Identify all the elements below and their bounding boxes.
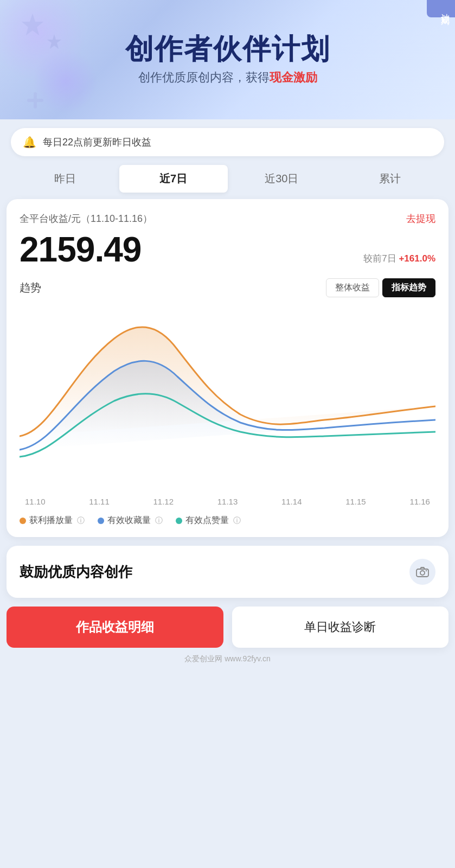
notification-text: 每日22点前更新昨日收益 bbox=[43, 136, 151, 149]
svg-rect-3 bbox=[27, 99, 43, 102]
toggle-overall-button[interactable]: 整体收益 bbox=[326, 278, 379, 297]
banner-subtitle-prefix: 创作优质原创内容，获得 bbox=[138, 71, 270, 84]
tabs-row: 昨日 近7日 近30日 累计 bbox=[11, 165, 444, 193]
legend-dot-0 bbox=[20, 518, 26, 524]
legend-dot-1 bbox=[98, 518, 104, 524]
main-card: 全平台收益/元（11.10-11.16） 去提现 2159.49 较前7日 +1… bbox=[7, 199, 448, 537]
lower-card-header: 鼓励优质内容创作 bbox=[20, 559, 435, 585]
tab-30days[interactable]: 近30日 bbox=[228, 165, 336, 193]
x-label-3: 11.13 bbox=[217, 497, 238, 506]
banner-subtitle: 创作优质原创内容，获得现金激励 bbox=[138, 69, 317, 86]
withdraw-button[interactable]: 去提现 bbox=[406, 212, 435, 225]
legend-label-0: 获利播放量 bbox=[29, 515, 73, 526]
tab-total[interactable]: 累计 bbox=[336, 165, 444, 193]
legend-info-0[interactable]: ⓘ bbox=[77, 516, 85, 526]
bell-icon: 🔔 bbox=[23, 136, 36, 149]
watermark: 众爱创业网 www.92fyv.cn bbox=[0, 648, 455, 671]
banner: 创作者伙伴计划 创作优质原创内容，获得现金激励 计划规则 bbox=[0, 0, 455, 119]
compare-label: 较前7日 bbox=[363, 253, 396, 264]
banner-rule-button[interactable]: 计划规则 bbox=[427, 0, 455, 17]
banner-subtitle-highlight: 现金激励 bbox=[270, 71, 317, 84]
trend-label: 趋势 bbox=[20, 280, 41, 295]
camera-button[interactable] bbox=[409, 559, 435, 585]
svg-point-5 bbox=[420, 571, 425, 575]
svg-point-6 bbox=[426, 570, 427, 571]
legend-row: 获利播放量 ⓘ 有效收藏量 ⓘ 有效点赞量 ⓘ bbox=[20, 515, 435, 526]
x-label-1: 11.11 bbox=[89, 497, 110, 506]
tab-yesterday[interactable]: 昨日 bbox=[11, 165, 119, 193]
legend-info-1[interactable]: ⓘ bbox=[155, 516, 163, 526]
lower-card-title: 鼓励优质内容创作 bbox=[20, 563, 132, 582]
chart-svg bbox=[20, 306, 435, 490]
x-label-6: 11.16 bbox=[409, 497, 430, 506]
lower-card: 鼓励优质内容创作 bbox=[7, 546, 448, 598]
legend-info-2[interactable]: ⓘ bbox=[233, 516, 241, 526]
legend-item-1: 有效收藏量 ⓘ bbox=[98, 515, 163, 526]
card-header-title: 全平台收益/元（11.10-11.16） bbox=[20, 212, 152, 225]
legend-label-2: 有效点赞量 bbox=[185, 515, 229, 526]
camera-icon bbox=[416, 566, 429, 578]
toggle-indicator-button[interactable]: 指标趋势 bbox=[382, 278, 435, 297]
daily-diagnosis-button[interactable]: 单日收益诊断 bbox=[232, 607, 449, 648]
x-label-5: 11.15 bbox=[345, 497, 366, 506]
trend-toggle: 整体收益 指标趋势 bbox=[326, 278, 435, 297]
amount-value: 2159.49 bbox=[20, 229, 141, 270]
card-header: 全平台收益/元（11.10-11.16） 去提现 bbox=[20, 212, 435, 225]
svg-marker-0 bbox=[22, 14, 43, 35]
x-axis-labels: 11.10 11.11 11.12 11.13 11.14 11.15 11.1… bbox=[20, 497, 435, 506]
tab-7days[interactable]: 近7日 bbox=[119, 165, 228, 193]
x-label-2: 11.12 bbox=[153, 497, 174, 506]
banner-cross-icon bbox=[27, 92, 43, 108]
legend-item-0: 获利播放量 ⓘ bbox=[20, 515, 85, 526]
action-buttons: 作品收益明细 单日收益诊断 bbox=[7, 607, 448, 648]
amount-row: 2159.49 较前7日 +161.0% bbox=[20, 229, 435, 270]
x-label-0: 11.10 bbox=[25, 497, 46, 506]
banner-text-block: 创作者伙伴计划 创作优质原创内容，获得现金激励 bbox=[125, 34, 330, 85]
legend-dot-2 bbox=[176, 518, 182, 524]
compare-value: +161.0% bbox=[399, 253, 435, 264]
trend-header: 趋势 整体收益 指标趋势 bbox=[20, 278, 435, 297]
banner-title: 创作者伙伴计划 bbox=[125, 34, 330, 65]
svg-marker-1 bbox=[47, 34, 61, 49]
earnings-detail-button[interactable]: 作品收益明细 bbox=[7, 607, 223, 648]
legend-label-1: 有效收藏量 bbox=[107, 515, 151, 526]
legend-item-2: 有效点赞量 ⓘ bbox=[176, 515, 241, 526]
amount-change: 较前7日 +161.0% bbox=[363, 252, 435, 265]
banner-star2-icon bbox=[43, 33, 65, 54]
notification-bar: 🔔 每日22点前更新昨日收益 bbox=[11, 128, 444, 156]
chart-container bbox=[20, 306, 435, 490]
x-label-4: 11.14 bbox=[281, 497, 302, 506]
